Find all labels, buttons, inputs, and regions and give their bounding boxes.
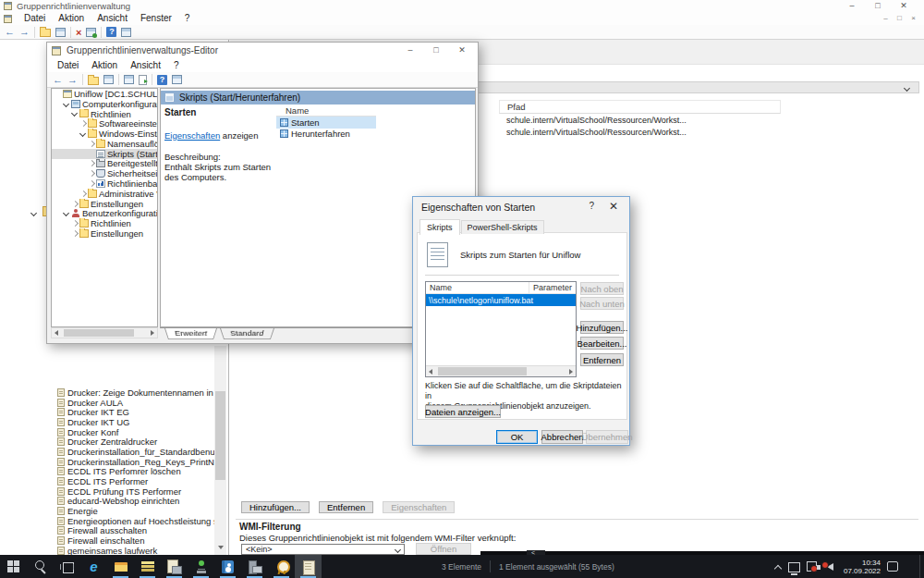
editor-tree-item[interactable]: Einstellungen (52, 228, 157, 239)
window-icon[interactable] (172, 75, 182, 84)
collapse-chevron-icon[interactable] (30, 209, 38, 217)
selected-script-row[interactable]: \\schule\netlogon\uniflow.bat (426, 294, 576, 306)
add-button[interactable]: Hinzufügen... (241, 501, 310, 513)
scroll-left-icon[interactable] (429, 369, 432, 375)
editor-tree-item[interactable]: Windows-Einstellungen (52, 129, 157, 139)
expand-chevron-icon[interactable] (79, 119, 87, 128)
editor-tree-item[interactable]: Einstellungen (52, 199, 157, 209)
gpo-list-item[interactable]: Druckerinstallation_Reg_Keys_PrintNightm… (0, 457, 215, 467)
editor-tree-item[interactable]: Richtlinien (52, 218, 157, 228)
minimize-button[interactable]: – (839, 0, 865, 11)
close-button[interactable]: ✕ (891, 0, 917, 11)
editor-tree-item[interactable]: Administrative Vorlagen (52, 189, 157, 199)
child-minimize-button[interactable]: – (879, 12, 893, 24)
show-console-tree-icon[interactable] (55, 28, 66, 37)
close-button[interactable]: ✕ (449, 44, 475, 55)
back-icon[interactable]: ← (53, 74, 63, 86)
menu-datei[interactable]: Datei (51, 59, 85, 72)
editor-tree-item[interactable]: Bereitgestellte Drucker (52, 159, 157, 169)
expand-chevron-icon[interactable] (71, 219, 79, 228)
gpo-list-item[interactable]: ECDL ITS Performer (0, 476, 215, 486)
gpo-list-item[interactable]: Drucker IKT EG (0, 407, 215, 417)
scrollbar-thumb[interactable] (64, 329, 134, 337)
child-restore-button[interactable]: □ (893, 12, 906, 24)
script-files-list[interactable]: Name Parameter \\schule\netlogon\uniflow… (425, 281, 577, 377)
up-one-level-icon[interactable] (40, 29, 51, 37)
tray-app-icon[interactable] (807, 561, 817, 572)
gpo-list-item[interactable]: Druckerinstallation_für_Standardbenutzer… (0, 447, 215, 457)
gpo-list-item[interactable]: Drucker AULA (0, 398, 215, 408)
back-icon[interactable]: ← (5, 26, 15, 38)
name-column-header[interactable]: Name (426, 282, 529, 293)
tab-skripts[interactable]: Skripts (419, 219, 460, 235)
path-column-header[interactable]: Pfad (499, 100, 781, 114)
menu-aktion[interactable]: Aktion (85, 59, 124, 72)
collapse-chevron-icon[interactable] (63, 209, 70, 217)
window-icon[interactable] (121, 28, 131, 37)
editor-tree-item[interactable]: Computerkonfiguration (52, 99, 157, 109)
gpo-list-item[interactable]: ECDL Prüfung ITS Performer (0, 486, 215, 497)
clock[interactable]: 10:34 07.09.2022 (840, 559, 881, 575)
name-column-header[interactable]: Name (276, 105, 376, 117)
maximize-button[interactable]: □ (865, 0, 891, 11)
editor-tree-item[interactable]: Benutzerkonfiguration (52, 209, 157, 219)
export-list-icon[interactable] (139, 75, 147, 85)
collapse-chevron-icon[interactable] (71, 109, 79, 117)
menu-aktion[interactable]: Aktion (52, 12, 91, 25)
taskbar-print-server-button[interactable] (241, 555, 268, 578)
taskbar-search-button[interactable] (27, 555, 54, 578)
dialog-close-button[interactable]: ✕ (609, 200, 618, 213)
scroll-right-icon[interactable] (151, 330, 154, 336)
scroll-down-button[interactable] (214, 542, 226, 553)
expand-chevron-icon[interactable] (88, 159, 95, 167)
expand-chevron-icon[interactable] (79, 190, 87, 198)
help-icon[interactable]: ? (106, 27, 116, 37)
refresh-icon[interactable] (86, 28, 96, 37)
collapse-section-icon[interactable] (904, 84, 911, 92)
menu-fenster[interactable]: Fenster (134, 12, 178, 25)
editor-tree-item[interactable]: Namensauflösung (52, 139, 157, 149)
gpo-list-item[interactable]: ECDL ITS Perfomrer löschen (0, 467, 215, 477)
editor-tree-item[interactable]: Softwareeinstellungen (52, 118, 157, 129)
menu-ansicht[interactable]: Ansicht (91, 12, 134, 25)
show-desktop-button[interactable] (919, 555, 924, 578)
taskbar-time-service-button[interactable] (268, 555, 295, 578)
gpo-list-item[interactable]: Drucker: Zeige Dokumentennamen in der Er… (0, 387, 215, 398)
properties-icon[interactable] (124, 75, 134, 84)
expand-chevron-icon[interactable] (88, 179, 95, 188)
gpo-list-item[interactable]: educard-Webshop einrichten (0, 497, 215, 507)
tab-standard[interactable]: Standard (220, 328, 274, 339)
list-item-herunterfahren[interactable]: Herunterfahren (276, 129, 376, 141)
gpo-list-item[interactable]: Drucker IKT UG (0, 417, 215, 427)
gpo-list-item[interactable]: Drucker Zentraldrucker (0, 437, 215, 447)
menu-?[interactable]: ? (178, 12, 197, 25)
taskbar-directory-user-button[interactable] (188, 555, 214, 578)
taskbar-library-button[interactable] (134, 555, 161, 578)
path-row[interactable]: schule.intern/VirtualSchool/Ressourcen/W… (499, 114, 781, 126)
editor-tree-item[interactable]: Skripts (Start/Herunterfahren) (52, 149, 157, 159)
forward-icon[interactable]: → (67, 74, 78, 86)
path-row[interactable]: schule.intern/VirtualSchool/Ressourcen/W… (499, 126, 781, 138)
gpo-list-scrollbar[interactable] (214, 346, 226, 555)
scroll-left-icon[interactable] (55, 330, 58, 336)
taskbar-policy-editor-button[interactable] (295, 555, 322, 578)
scroll-right-icon[interactable] (569, 369, 573, 375)
menu-datei[interactable]: Datei (18, 12, 52, 25)
show-files-button[interactable]: Dateien anzeigen... (425, 405, 501, 418)
remove-script-button[interactable]: Entfernen (580, 353, 624, 366)
edit-script-button[interactable]: Bearbeiten... (580, 337, 624, 350)
maximize-button[interactable]: □ (423, 44, 449, 55)
gpo-list-item[interactable]: Firewall ausschalten (0, 526, 215, 536)
collapse-chevron-icon[interactable] (63, 100, 70, 108)
expand-chevron-icon[interactable] (71, 229, 79, 238)
editor-tree-item[interactable]: Richtlinienbasierter QoS (52, 178, 157, 189)
delete-icon[interactable]: × (76, 27, 81, 38)
taskbar-file-explorer-button[interactable] (107, 555, 134, 578)
tab-erweitert[interactable]: Erweitert (164, 328, 217, 339)
forward-icon[interactable]: → (19, 26, 30, 38)
ok-button[interactable]: OK (496, 430, 538, 444)
menu-?[interactable]: ? (167, 59, 186, 72)
child-close-button[interactable]: × (906, 12, 920, 24)
tab-powershell-skripts[interactable]: PowerShell-Skripts (461, 220, 544, 234)
minimize-button[interactable]: – (397, 44, 423, 55)
